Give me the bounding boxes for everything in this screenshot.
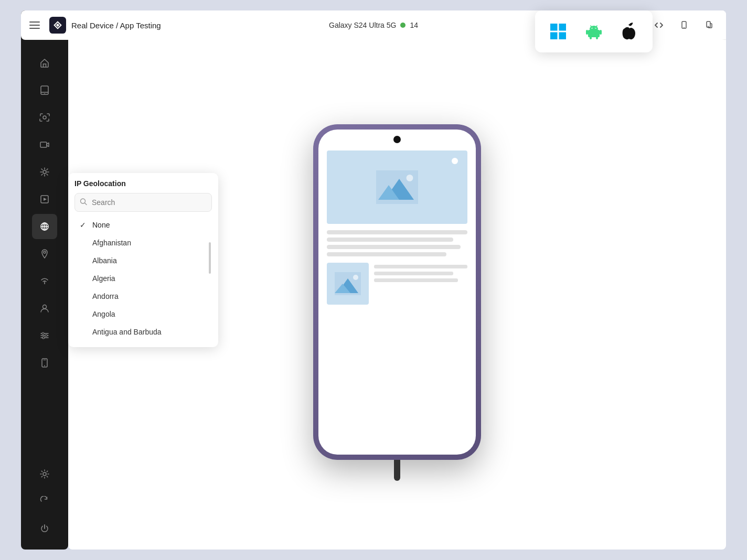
- phone-image-small: [327, 263, 369, 305]
- geo-item-antigua[interactable]: Antigua and Barbuda: [74, 323, 212, 341]
- sidebar-item-home[interactable]: [32, 50, 57, 76]
- text-line-r1: [374, 265, 467, 268]
- sidebar-item-network[interactable]: [32, 268, 57, 294]
- text-line-r3: [374, 278, 458, 282]
- platform-selector-popup: [535, 10, 653, 52]
- app-logo: [49, 17, 66, 34]
- text-line-2: [327, 238, 453, 242]
- phone-bottom-row: [327, 263, 467, 305]
- sidebar-item-geolocation[interactable]: [32, 214, 57, 239]
- svg-point-28: [43, 472, 46, 476]
- geo-item-andorra[interactable]: Andorra: [74, 287, 212, 305]
- geo-item-label: Albania: [92, 256, 117, 265]
- sidebar-item-phone[interactable]: [32, 350, 57, 375]
- device-name: Galaxy S24 Ultra 5G: [329, 21, 396, 29]
- geo-search-input[interactable]: [74, 193, 212, 212]
- device-info: Galaxy S24 Ultra 5G 14: [329, 21, 418, 29]
- sidebar-item-power[interactable]: [32, 516, 57, 541]
- svg-rect-55: [596, 37, 598, 39]
- sidebar-item-play[interactable]: [32, 187, 57, 212]
- platform-android[interactable]: [581, 19, 606, 44]
- sidebar-item-screenshot[interactable]: [32, 105, 57, 130]
- top-bar-actions: [650, 17, 718, 34]
- svg-point-7: [43, 116, 46, 119]
- small-mountain-svg: [335, 272, 361, 295]
- svg-point-23: [45, 335, 47, 337]
- sidebar-item-device[interactable]: [32, 78, 57, 103]
- svg-point-9: [43, 170, 46, 174]
- phone-image-large: [327, 150, 467, 224]
- svg-marker-11: [44, 198, 47, 201]
- geo-item-label: Angola: [92, 310, 115, 318]
- geo-search-wrapper: [74, 193, 212, 212]
- phone-screen: [318, 130, 476, 455]
- android-indicator: [400, 23, 405, 28]
- svg-rect-53: [600, 30, 602, 35]
- geo-item-afghanistan[interactable]: Afghanistan: [74, 234, 212, 252]
- sidebar-item-location[interactable]: [32, 241, 57, 266]
- android-version: 14: [410, 21, 418, 29]
- sidebar-item-refresh[interactable]: [32, 489, 57, 514]
- sidebar-item-record[interactable]: [32, 132, 57, 157]
- text-line-3: [327, 245, 461, 249]
- geo-dropdown-title: IP Geolocation: [74, 179, 212, 188]
- text-line-1: [327, 230, 467, 234]
- phone-screen-container: [318, 130, 476, 455]
- geo-item-angola[interactable]: Angola: [74, 305, 212, 323]
- sidebar: [21, 10, 68, 550]
- phone-cable: [394, 460, 400, 481]
- connect-icon-btn[interactable]: [701, 17, 718, 34]
- search-icon: [80, 198, 87, 207]
- phone-mockup: [313, 124, 481, 465]
- device-icon-btn[interactable]: [676, 17, 692, 34]
- svg-point-18: [43, 305, 47, 309]
- sidebar-item-settings[interactable]: [32, 461, 57, 487]
- platform-windows[interactable]: [546, 19, 571, 44]
- svg-rect-54: [590, 37, 592, 39]
- svg-point-24: [42, 337, 45, 339]
- phone-outer: [313, 124, 481, 460]
- svg-point-26: [44, 365, 45, 367]
- phone-text-block: [327, 230, 467, 256]
- svg-rect-8: [40, 142, 47, 147]
- geo-country-list: ✓ None Afghanistan Albania Algeria Andor…: [74, 216, 212, 341]
- geo-item-algeria[interactable]: Algeria: [74, 270, 212, 287]
- phone-camera: [393, 136, 401, 143]
- geo-item-label: Antigua and Barbuda: [92, 328, 162, 336]
- svg-point-6: [44, 93, 45, 94]
- scroll-indicator: [209, 242, 211, 274]
- geo-item-label: Afghanistan: [92, 239, 131, 247]
- sidebar-item-profile[interactable]: [32, 296, 57, 321]
- code-icon-btn[interactable]: [650, 17, 667, 34]
- svg-point-22: [42, 332, 44, 335]
- platform-apple[interactable]: [617, 19, 642, 44]
- geo-item-none[interactable]: ✓ None: [74, 216, 212, 234]
- checkmark-icon: ✓: [80, 221, 88, 229]
- phone-image-dot: [452, 158, 458, 164]
- geo-item-label: None: [92, 221, 110, 229]
- sidebar-item-debug[interactable]: [32, 159, 57, 185]
- sidebar-item-controls[interactable]: [32, 323, 57, 348]
- svg-rect-43: [559, 24, 567, 31]
- geo-item-label: Andorra: [92, 292, 119, 300]
- text-line-4: [327, 252, 446, 256]
- svg-rect-44: [550, 33, 558, 40]
- menu-icon[interactable]: [29, 18, 44, 33]
- svg-point-17: [44, 283, 45, 284]
- phone-text-right: [374, 263, 467, 282]
- svg-rect-4: [41, 86, 48, 94]
- svg-rect-42: [550, 24, 558, 31]
- svg-rect-52: [586, 30, 588, 35]
- ip-geolocation-dropdown: IP Geolocation ✓ None Afghanistan Albani…: [68, 173, 218, 347]
- svg-point-16: [44, 251, 46, 253]
- mountain-svg: [376, 169, 418, 206]
- svg-point-2: [684, 27, 685, 28]
- text-line-r2: [374, 272, 453, 275]
- svg-rect-45: [559, 33, 567, 40]
- geo-item-albania[interactable]: Albania: [74, 252, 212, 270]
- svg-point-36: [407, 175, 413, 181]
- svg-point-40: [353, 275, 358, 280]
- geo-item-label: Algeria: [92, 274, 115, 283]
